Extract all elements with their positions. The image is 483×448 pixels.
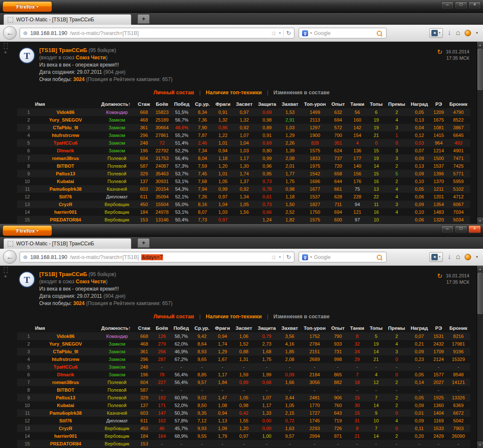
- google-icon[interactable]: g: [302, 30, 308, 36]
- firefox-menu-button[interactable]: Firefox▾: [3, 1, 52, 12]
- member-name[interactable]: Pamu6opIrk38: [32, 185, 99, 193]
- column-header[interactable]: Броник: [447, 100, 470, 108]
- column-header[interactable]: Побед: [171, 100, 192, 108]
- reload-icon[interactable]: ↻: [286, 254, 291, 260]
- urlbar-dropdown-icon[interactable]: ▾: [279, 255, 281, 259]
- column-header[interactable]: Топ-урон: [301, 324, 329, 332]
- column-header[interactable]: Должность↑: [99, 324, 135, 332]
- column-header[interactable]: Фраги: [212, 100, 233, 108]
- column-header[interactable]: Танки: [348, 100, 367, 108]
- url-bar[interactable]: ⊕ 188.168.81.190/wot-o-matic/?search=[TS…: [20, 252, 294, 262]
- close-button[interactable]: ×: [468, 1, 481, 9]
- column-header[interactable]: Топ-урон: [301, 100, 329, 108]
- search-engine-dropdown-icon[interactable]: ▾: [310, 255, 312, 259]
- download-icon[interactable]: ↓: [448, 29, 451, 37]
- scrollbar[interactable]: ▲ ▼: [477, 266, 483, 448]
- bookmarks-button[interactable]: ★▾: [429, 28, 443, 38]
- union-link[interactable]: Союз Чести: [76, 55, 106, 61]
- member-name[interactable]: roman38rus: [32, 154, 99, 162]
- menu-top-vehicles[interactable]: Наличие топ-техники: [206, 314, 262, 320]
- column-header[interactable]: Боёв: [153, 100, 171, 108]
- member-name[interactable]: htufrstrcrew: [32, 131, 99, 139]
- new-tab-button[interactable]: +: [137, 238, 150, 248]
- minimize-button[interactable]: –: [441, 1, 454, 9]
- column-header[interactable]: Побед: [171, 324, 192, 332]
- new-tab-button[interactable]: +: [137, 14, 150, 24]
- member-name[interactable]: Yury_SNEGOV: [32, 340, 99, 348]
- bookmarks-button[interactable]: ★▾: [429, 252, 443, 262]
- column-header[interactable]: РЭ: [431, 324, 446, 332]
- column-header[interactable]: Ср.ур.: [192, 324, 212, 332]
- column-header[interactable]: Имя: [32, 100, 99, 108]
- search-icon[interactable]: [377, 31, 382, 36]
- member-name[interactable]: BITBOT: [32, 386, 99, 394]
- member-name[interactable]: Dlmarik: [32, 371, 99, 378]
- column-header[interactable]: Премы: [385, 100, 408, 108]
- member-name[interactable]: TpaHCCu6: [32, 363, 99, 371]
- addon-icon[interactable]: [465, 30, 471, 36]
- urlbar-dropdown-icon[interactable]: ▾: [279, 31, 281, 35]
- member-name[interactable]: CryzR: [32, 425, 99, 432]
- column-header[interactable]: Броник: [447, 324, 470, 332]
- column-header[interactable]: Засвет: [233, 100, 255, 108]
- column-header[interactable]: Засвет: [233, 324, 255, 332]
- url-bar[interactable]: ⊕ 188.168.81.190/wot-o-matic/?search=[TS…: [20, 28, 294, 38]
- scroll-down-icon[interactable]: ▼: [477, 218, 483, 224]
- scrollbar-thumb[interactable]: [477, 273, 483, 314]
- column-header[interactable]: Боёв: [153, 324, 171, 332]
- toolbar-overflow-icon[interactable]: ▾: [476, 255, 478, 259]
- scrollbar-thumb[interactable]: [477, 49, 483, 90]
- column-header[interactable]: Ср.ур.: [192, 100, 213, 108]
- member-name[interactable]: harrier001: [32, 208, 99, 216]
- member-name[interactable]: harrier001: [32, 432, 99, 440]
- firefox-menu-button[interactable]: Firefox▾: [3, 225, 52, 236]
- column-header[interactable]: Топы: [367, 100, 385, 108]
- menu-personnel[interactable]: Личный состав: [154, 90, 194, 96]
- member-name[interactable]: CTaPbIu_9I: [32, 348, 99, 355]
- toolbar-overflow-icon[interactable]: ▾: [476, 31, 478, 35]
- column-header[interactable]: Наград: [408, 100, 431, 108]
- member-name[interactable]: Paltus13: [32, 394, 99, 401]
- menu-personnel[interactable]: Личный состав: [154, 314, 194, 320]
- member-name[interactable]: roman38rus: [32, 378, 99, 386]
- reload-icon[interactable]: ↻: [286, 30, 291, 36]
- search-engine-dropdown-icon[interactable]: ▾: [310, 31, 312, 35]
- column-header[interactable]: Опыт: [329, 100, 347, 108]
- column-header[interactable]: Опыт: [329, 324, 347, 332]
- search-icon[interactable]: [377, 255, 382, 260]
- refresh-icon[interactable]: ↻: [437, 273, 442, 279]
- member-name[interactable]: Paltus13: [32, 170, 99, 177]
- scroll-up-icon[interactable]: ▲: [477, 42, 483, 48]
- clan-name[interactable]: [TS1B] ТранССиБ: [39, 271, 87, 277]
- search-box[interactable]: g ▾ Google: [299, 252, 387, 262]
- member-name[interactable]: TpaHCCu6: [32, 139, 99, 147]
- home-icon[interactable]: ⌂: [456, 29, 460, 37]
- titlebar[interactable]: Firefox▾ – □ ×: [0, 224, 483, 237]
- column-header[interactable]: Стаж: [135, 324, 153, 332]
- column-header[interactable]: Танки: [347, 324, 367, 332]
- menu-top-vehicles[interactable]: Наличие топ-техники: [206, 90, 262, 96]
- home-icon[interactable]: ⌂: [456, 253, 460, 261]
- column-header[interactable]: Защита: [255, 100, 279, 108]
- back-button[interactable]: ←: [3, 250, 17, 264]
- column-header[interactable]: Захват: [279, 324, 301, 332]
- minimize-button[interactable]: –: [441, 225, 454, 233]
- scroll-up-icon[interactable]: ▲: [477, 266, 483, 272]
- member-name[interactable]: CryzR: [32, 201, 99, 208]
- menu-roster-changes[interactable]: Изменения в составе: [274, 90, 330, 96]
- maximize-button[interactable]: □: [455, 225, 467, 233]
- member-name[interactable]: Pamu6opIrk38: [32, 409, 99, 417]
- member-name[interactable]: BITBOT: [32, 162, 99, 170]
- clan-name[interactable]: [TS1B] ТранССиБ: [39, 47, 87, 53]
- member-name[interactable]: Stif76: [32, 193, 99, 201]
- addon-icon[interactable]: [465, 254, 471, 260]
- menu-roster-changes[interactable]: Изменения в составе: [274, 314, 330, 320]
- member-name[interactable]: CTaPbIu_9I: [32, 124, 99, 131]
- column-header[interactable]: Захват: [279, 100, 301, 108]
- member-name[interactable]: Vidok86: [32, 108, 99, 116]
- bookmark-star-icon[interactable]: ☆: [271, 254, 277, 261]
- column-header[interactable]: Имя: [32, 324, 99, 332]
- member-name[interactable]: PREDATOR84: [32, 440, 99, 448]
- tab-wot-o-matic[interactable]: WOT-O-Matic - [TS1B] ТранССиБ: [3, 14, 131, 25]
- column-header[interactable]: Стаж: [135, 100, 153, 108]
